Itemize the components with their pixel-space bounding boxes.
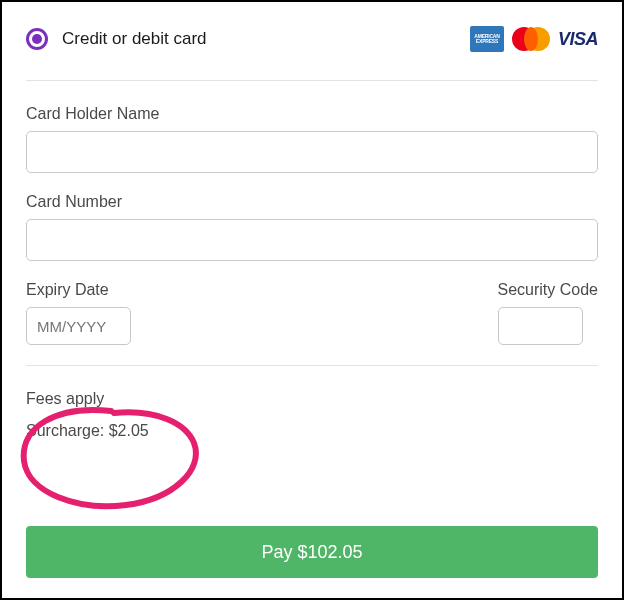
pay-button-amount: $102.05 <box>297 542 362 562</box>
card-brand-icons: AMERICANEXPRESS VISA <box>470 26 598 52</box>
payment-method-label: Credit or debit card <box>62 29 207 49</box>
mastercard-icon <box>510 26 552 52</box>
surcharge-line: Surcharge: $2.05 <box>26 422 598 440</box>
pay-button[interactable]: Pay $102.05 <box>26 526 598 578</box>
card-form: Card Holder Name Card Number Expiry Date… <box>26 81 598 454</box>
payment-panel: Credit or debit card AMERICANEXPRESS VIS… <box>0 0 624 600</box>
card-number-label: Card Number <box>26 193 598 211</box>
card-number-input[interactable] <box>26 219 598 261</box>
expiry-label: Expiry Date <box>26 281 131 299</box>
visa-icon: VISA <box>558 29 598 50</box>
fees-title: Fees apply <box>26 390 598 408</box>
pay-button-prefix: Pay <box>261 542 292 562</box>
radio-selected-icon <box>26 28 48 50</box>
surcharge-label: Surcharge: <box>26 422 104 439</box>
card-holder-input[interactable] <box>26 131 598 173</box>
expiry-input[interactable] <box>26 307 131 345</box>
card-holder-label: Card Holder Name <box>26 105 598 123</box>
security-code-input[interactable] <box>498 307 583 345</box>
amex-icon: AMERICANEXPRESS <box>470 26 504 52</box>
payment-method-radio-row[interactable]: Credit or debit card <box>26 28 207 50</box>
surcharge-value: $2.05 <box>109 422 149 439</box>
fees-section: Fees apply Surcharge: $2.05 <box>26 365 598 440</box>
payment-method-header: Credit or debit card AMERICANEXPRESS VIS… <box>26 26 598 81</box>
security-code-label: Security Code <box>498 281 599 299</box>
